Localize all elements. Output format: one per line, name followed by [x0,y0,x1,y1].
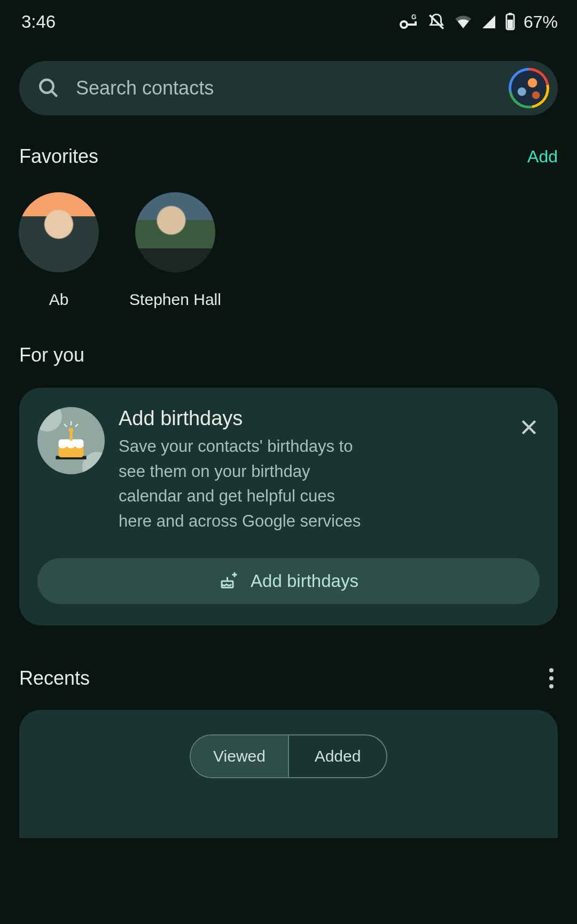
avatar [19,192,99,272]
favorites-list: Ab Stephen Hall [19,192,577,309]
svg-line-15 [64,424,67,427]
tab-added[interactable]: Added [288,735,386,777]
card-title: Add birthdays [119,407,513,430]
cake-plus-icon [219,571,238,591]
battery-percent: 67% [524,12,558,32]
dnd-icon [427,13,446,31]
birthday-cake-icon [37,407,105,474]
recents-more-button[interactable] [545,664,558,693]
svg-rect-7 [509,13,512,15]
status-time: 3:46 [21,12,56,32]
recents-card: Viewed Added [19,710,558,838]
vpn-key-icon: G [399,14,420,30]
for-you-title: For you [19,344,84,366]
add-birthdays-card: Add birthdays Save your contacts' birthd… [19,388,558,625]
search-icon [37,77,60,99]
cell-signal-icon [481,14,497,30]
tab-viewed[interactable]: Viewed [191,735,288,777]
favorites-header: Favorites Add [19,145,558,168]
svg-point-8 [40,80,53,93]
close-card-button[interactable] [518,417,540,438]
svg-text:G: G [411,14,416,21]
recents-segmented-control: Viewed Added [190,734,387,778]
card-description: Save your contacts' birthdays to see the… [119,434,364,534]
search-bar[interactable]: Search contacts [19,61,558,115]
svg-line-16 [75,424,78,427]
for-you-header: For you [19,344,558,366]
favorites-title: Favorites [19,145,98,168]
search-placeholder: Search contacts [76,77,509,99]
add-birthdays-button-label: Add birthdays [251,571,358,591]
favorite-name: Stephen Hall [129,291,221,309]
favorite-contact[interactable]: Ab [19,192,98,309]
favorite-name: Ab [49,291,69,309]
wifi-icon [453,14,473,30]
account-avatar[interactable] [509,68,549,108]
favorites-add-button[interactable]: Add [527,147,558,167]
recents-title: Recents [19,667,90,690]
svg-rect-12 [69,432,72,441]
avatar [135,192,215,272]
svg-point-13 [68,428,73,433]
svg-line-9 [51,91,57,97]
status-icons: G 67% [399,12,558,32]
svg-rect-6 [508,20,513,29]
status-bar: 3:46 G 67% [0,0,577,42]
favorite-contact[interactable]: Stephen Hall [136,192,215,309]
recents-header: Recents [19,664,558,693]
battery-icon [504,13,516,31]
add-birthdays-button[interactable]: Add birthdays [37,558,540,604]
svg-rect-2 [415,21,417,26]
